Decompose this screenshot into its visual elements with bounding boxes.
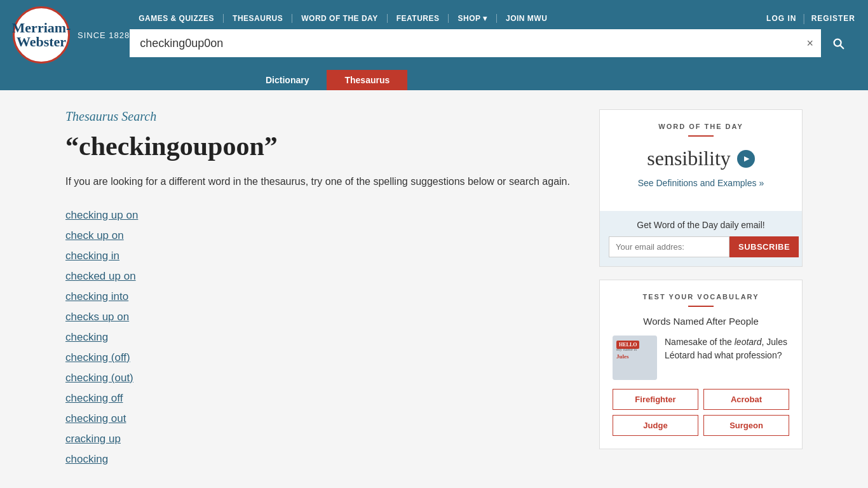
nav-join[interactable]: JOIN MWU bbox=[497, 14, 556, 23]
suggestion-link-11[interactable]: cracking up bbox=[65, 429, 580, 449]
header-right: GAMES & QUIZZES THESAURUS WORD OF THE DA… bbox=[130, 13, 855, 57]
tab-dictionary[interactable]: Dictionary bbox=[248, 70, 327, 90]
list-item: checks up on bbox=[65, 307, 580, 327]
suggestion-link-3[interactable]: checked up on bbox=[65, 266, 580, 287]
search-button[interactable] bbox=[821, 29, 855, 57]
vocab-content: HELLO my name is Jules Namesake of the l… bbox=[613, 336, 789, 380]
suggestion-link-10[interactable]: checking out bbox=[65, 409, 580, 429]
login-link[interactable]: LOG IN bbox=[766, 14, 796, 23]
suggestion-link-7[interactable]: checking (off) bbox=[65, 348, 580, 368]
vocab-section: TEST YOUR VOCABULARY Words Named After P… bbox=[600, 280, 802, 449]
logo-text: Merriam- Webster bbox=[12, 21, 71, 49]
search-input-wrap: × bbox=[130, 29, 821, 57]
vocab-choice-0[interactable]: Firefighter bbox=[613, 389, 698, 410]
search-icon bbox=[831, 36, 845, 50]
vocab-title: Words Named After People bbox=[613, 316, 789, 327]
nav-features[interactable]: FEATURES bbox=[388, 14, 449, 23]
vocab-choice-3[interactable]: Surgeon bbox=[703, 415, 789, 436]
search-area: × bbox=[130, 29, 855, 57]
vocab-choice-1[interactable]: Acrobat bbox=[703, 389, 789, 410]
nav-wotd[interactable]: WORD OF THE DAY bbox=[292, 14, 387, 23]
wotd-card: WORD OF THE DAY sensibility See Definiti… bbox=[599, 109, 803, 267]
nav-thesaurus[interactable]: THESAURUS bbox=[224, 14, 292, 23]
register-link[interactable]: REGISTER bbox=[811, 14, 855, 23]
email-form: SUBSCRIBE bbox=[609, 236, 793, 257]
list-item: checking into bbox=[65, 287, 580, 307]
auth-nav: LOG IN | REGISTER bbox=[766, 13, 855, 24]
wotd-link[interactable]: See Definitions and Examples » bbox=[613, 178, 789, 188]
logo-area: Merriam- Webster SINCE 1828 bbox=[13, 6, 130, 64]
nav-games[interactable]: GAMES & QUIZZES bbox=[130, 14, 224, 23]
main-nav: GAMES & QUIZZES THESAURUS WORD OF THE DA… bbox=[130, 14, 556, 23]
wotd-divider bbox=[688, 135, 714, 137]
search-term: “checkingoupoon” bbox=[65, 132, 580, 161]
suggestion-link-12[interactable]: chocking bbox=[65, 449, 580, 470]
list-item: check up on bbox=[65, 226, 580, 246]
sidebar: WORD OF THE DAY sensibility See Definiti… bbox=[599, 109, 803, 470]
list-item: checking (out) bbox=[65, 368, 580, 388]
tab-thesaurus[interactable]: Thesaurus bbox=[327, 70, 407, 90]
vocab-question: Namesake of the leotard, Jules Léotard h… bbox=[665, 336, 789, 362]
suggestion-list: checking up on check up on checking in c… bbox=[65, 205, 580, 470]
vocab-label: TEST YOUR VOCABULARY bbox=[613, 293, 789, 301]
since-text: SINCE 1828 bbox=[78, 30, 130, 40]
header: Merriam- Webster SINCE 1828 GAMES & QUIZ… bbox=[0, 0, 868, 70]
sound-icon[interactable] bbox=[737, 150, 755, 168]
wotd-word: sensibility bbox=[613, 147, 789, 170]
clear-button[interactable]: × bbox=[799, 37, 821, 50]
chevron-down-icon: ▾ bbox=[483, 14, 487, 23]
wotd-section: WORD OF THE DAY sensibility See Definiti… bbox=[600, 110, 802, 211]
vocab-divider bbox=[688, 306, 714, 307]
list-item: cracking up bbox=[65, 429, 580, 449]
suggestion-link-8[interactable]: checking (out) bbox=[65, 368, 580, 388]
search-input[interactable] bbox=[130, 29, 799, 57]
suggestion-link-1[interactable]: check up on bbox=[65, 226, 580, 246]
suggestion-link-4[interactable]: checking into bbox=[65, 287, 580, 307]
list-item: checking off bbox=[65, 388, 580, 409]
suggestion-link-0[interactable]: checking up on bbox=[65, 205, 580, 226]
main-container: Thesaurus Search “checkingoupoon” If you… bbox=[53, 90, 815, 488]
logo[interactable]: Merriam- Webster bbox=[13, 6, 70, 64]
list-item: checking out bbox=[65, 409, 580, 429]
suggestion-text: If you are looking for a different word … bbox=[65, 173, 580, 190]
suggestion-link-6[interactable]: checking bbox=[65, 327, 580, 348]
suggestion-link-5[interactable]: checks up on bbox=[65, 307, 580, 327]
list-item: chocking bbox=[65, 449, 580, 470]
wotd-email-label: Get Word of the Day daily email! bbox=[609, 220, 793, 230]
wotd-email-section: Get Word of the Day daily email! SUBSCRI… bbox=[600, 211, 802, 266]
content-area: Thesaurus Search “checkingoupoon” If you… bbox=[65, 109, 580, 470]
email-input[interactable] bbox=[609, 236, 729, 257]
tab-bar: Dictionary Thesaurus bbox=[0, 70, 868, 90]
list-item: checking up on bbox=[65, 205, 580, 226]
nav-shop[interactable]: SHOP ▾ bbox=[449, 14, 497, 23]
vocab-card: TEST YOUR VOCABULARY Words Named After P… bbox=[599, 280, 803, 449]
wotd-label: WORD OF THE DAY bbox=[613, 123, 789, 130]
vocab-image: HELLO my name is Jules bbox=[613, 336, 657, 380]
list-item: checking bbox=[65, 327, 580, 348]
list-item: checked up on bbox=[65, 266, 580, 287]
suggestion-link-2[interactable]: checking in bbox=[65, 246, 580, 266]
subscribe-button[interactable]: SUBSCRIBE bbox=[729, 236, 799, 257]
vocab-choices: Firefighter Acrobat Judge Surgeon bbox=[613, 389, 789, 436]
list-item: checking in bbox=[65, 246, 580, 266]
list-item: checking (off) bbox=[65, 348, 580, 368]
auth-separator: | bbox=[803, 13, 804, 24]
vocab-choice-2[interactable]: Judge bbox=[613, 415, 698, 436]
section-label: Thesaurus Search bbox=[65, 109, 580, 124]
suggestion-link-9[interactable]: checking off bbox=[65, 388, 580, 409]
